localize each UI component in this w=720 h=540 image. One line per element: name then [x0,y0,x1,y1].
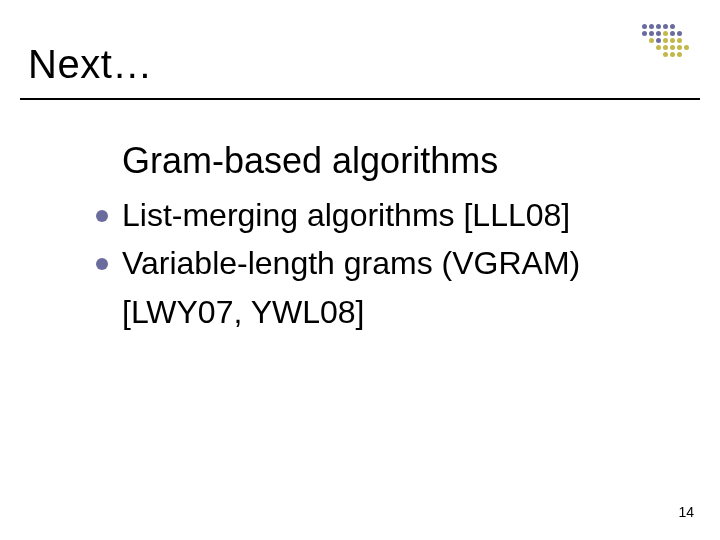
slide-title: Next… [28,42,153,87]
logo-dot [677,52,682,57]
logo-dot [642,31,647,36]
logo-dot [684,24,689,29]
logo-dot [656,45,661,50]
logo-dot [649,45,654,50]
logo-dot [663,52,668,57]
slide: Next… Gram-based algorithms List-merging… [0,0,720,540]
logo-dot [642,24,647,29]
logo-dot [663,38,668,43]
logo-dot [684,52,689,57]
slide-subtitle: Gram-based algorithms [122,140,498,182]
list-item-text: List-merging algorithms [LLL08] [122,197,570,233]
logo-dot [677,24,682,29]
logo-dot [649,24,654,29]
logo-dot [684,45,689,50]
list-item: List-merging algorithms [LLL08] [96,192,682,238]
bullet-icon [96,258,108,270]
logo-dot [684,38,689,43]
logo-dot [642,52,647,57]
bullet-icon [96,210,108,222]
logo-dot [684,31,689,36]
decorative-dots-logo [642,24,690,58]
logo-dot [656,52,661,57]
list-item-continuation: [LWY07, YWL08] [122,289,682,335]
logo-dot [670,45,675,50]
logo-dot [677,45,682,50]
logo-dot [642,45,647,50]
logo-dot [670,24,675,29]
list-item: Variable-length grams (VGRAM) [96,240,682,286]
logo-dot [663,31,668,36]
logo-dot [656,38,661,43]
title-underline [20,98,700,100]
list-item-text: Variable-length grams (VGRAM) [122,245,580,281]
page-number: 14 [678,504,694,520]
logo-dot [670,31,675,36]
logo-dot [663,24,668,29]
bullet-list: List-merging algorithms [LLL08] Variable… [96,192,682,335]
logo-dot [649,38,654,43]
logo-dot [642,38,647,43]
logo-dot [663,45,668,50]
logo-dot [670,38,675,43]
logo-dot [656,31,661,36]
logo-dot [670,52,675,57]
logo-dot [649,52,654,57]
logo-dot [656,24,661,29]
logo-dot [677,38,682,43]
logo-dot [677,31,682,36]
logo-dot [649,31,654,36]
